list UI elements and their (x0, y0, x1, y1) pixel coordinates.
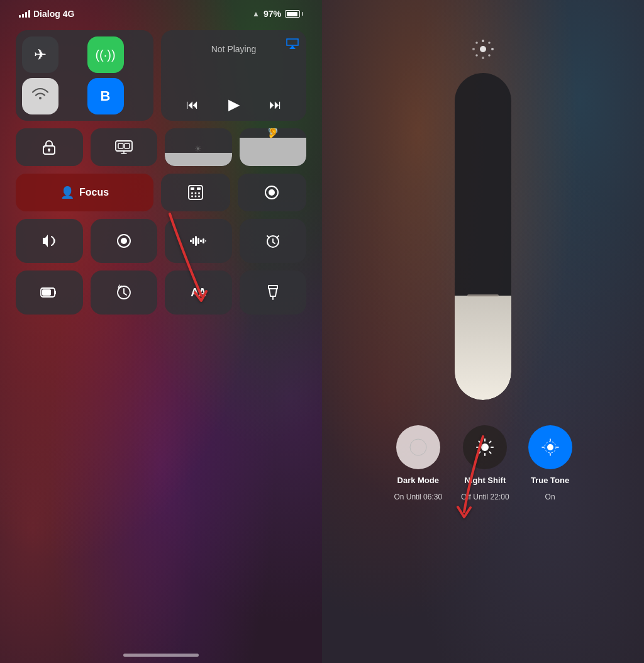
media-controls: ⏮ ▶ ⏭ (171, 96, 296, 113)
svg-point-31 (491, 48, 494, 50)
svg-point-34 (475, 54, 478, 57)
signal-bar-4 (28, 10, 30, 18)
wifi-icon (31, 87, 49, 106)
airplane-mode-button[interactable]: ✈ (22, 36, 58, 73)
svg-rect-4 (125, 143, 130, 148)
flashlight-button[interactable] (240, 270, 307, 315)
svg-rect-24 (205, 240, 206, 242)
cellular-icon: ((·)) (95, 48, 115, 62)
svg-rect-27 (42, 289, 51, 296)
dark-mode-option[interactable]: Dark Mode On Until 06:30 (394, 425, 442, 501)
connectivity-block[interactable]: ✈ ((·)) B (16, 30, 153, 121)
svg-rect-20 (195, 236, 197, 246)
true-tone-button[interactable] (528, 425, 572, 469)
battery-indicator (285, 10, 303, 18)
nav-arrow-icon: ▲ (252, 9, 260, 18)
brightness-slider-fill (455, 296, 511, 400)
sound-recognition-button[interactable] (16, 219, 83, 263)
signal-bars (19, 10, 30, 18)
true-tone-label: True Tone (531, 476, 569, 486)
svg-point-29 (482, 40, 484, 42)
airplay-icon[interactable] (286, 38, 299, 52)
brightness-icon: ☀ (194, 144, 202, 153)
sun-rays-svg (472, 38, 494, 60)
focus-person-icon: 👤 (60, 186, 74, 199)
sun-icon-top (322, 0, 644, 60)
volume-icon: 🦻 (267, 128, 279, 138)
svg-point-33 (482, 57, 484, 59)
svg-point-36 (475, 42, 478, 44)
brightness-slider-thumb (467, 294, 499, 297)
focus-row: 👤 Focus (16, 174, 306, 211)
svg-rect-22 (200, 240, 202, 242)
svg-point-32 (488, 54, 491, 57)
bluetooth-button[interactable]: B (87, 78, 124, 114)
focus-label: Focus (79, 187, 109, 198)
screen-mirror-button[interactable] (91, 128, 158, 166)
brightness-slider-panel[interactable] (322, 73, 644, 400)
signal-bar-1 (19, 15, 21, 18)
svg-rect-6 (191, 187, 194, 190)
dark-mode-sublabel: On Until 06:30 (394, 493, 442, 501)
signal-bar-2 (22, 14, 24, 18)
wifi-button[interactable] (22, 78, 58, 114)
brightness-slider[interactable]: ☀ (165, 128, 232, 166)
home-indicator (123, 654, 199, 657)
calculator-button[interactable] (161, 174, 230, 211)
svg-point-39 (481, 443, 489, 451)
night-shift-option[interactable]: Night Shift Off Until 22:00 (461, 425, 509, 501)
battery-tip (302, 12, 303, 16)
record-button[interactable] (91, 219, 158, 263)
svg-line-45 (490, 452, 491, 453)
true-tone-option[interactable]: True Tone On (528, 425, 572, 501)
svg-point-48 (547, 444, 553, 450)
svg-point-12 (194, 196, 196, 198)
true-tone-sublabel: On (545, 493, 555, 501)
display-options: Dark Mode On Until 06:30 Night Shift (322, 425, 644, 501)
battery-widget-button[interactable] (16, 270, 83, 315)
svg-line-47 (479, 452, 480, 453)
svg-rect-7 (197, 187, 201, 190)
svg-line-44 (479, 442, 480, 443)
brightness-slider-track[interactable] (455, 73, 511, 400)
carrier-signal: Dialog 4G (19, 9, 74, 19)
svg-point-38 (410, 439, 426, 455)
volume-slider[interactable]: 🦻 (240, 128, 307, 166)
volume-fill (240, 138, 307, 166)
control-center: ✈ ((·)) B (0, 24, 322, 328)
signal-bar-3 (25, 12, 27, 18)
rewind-button[interactable]: ⏮ (186, 98, 199, 112)
screen-lock-button[interactable] (16, 128, 83, 166)
svg-rect-3 (118, 143, 123, 148)
battery-body (285, 10, 300, 18)
text-size-button[interactable]: AA (165, 270, 232, 315)
bottom-row-1 (16, 219, 306, 263)
dark-mode-button[interactable] (396, 425, 440, 469)
svg-point-13 (198, 196, 200, 198)
svg-line-46 (490, 442, 491, 443)
media-player[interactable]: Not Playing ⏮ ▶ ⏭ (161, 30, 306, 121)
play-button[interactable]: ▶ (228, 96, 240, 113)
soundwave-button[interactable] (165, 219, 232, 263)
screen-time-button[interactable] (91, 270, 158, 315)
svg-point-15 (269, 189, 275, 196)
svg-point-30 (488, 42, 491, 44)
top-row: ✈ ((·)) B (16, 30, 306, 121)
fast-forward-button[interactable]: ⏭ (269, 98, 282, 112)
svg-point-17 (121, 238, 127, 244)
carrier-label: Dialog 4G (33, 9, 74, 19)
focus-button[interactable]: 👤 Focus (16, 174, 153, 211)
night-shift-label: Night Shift (465, 476, 506, 486)
sun-dotted-icon (472, 38, 494, 60)
middle-row: ☀ 🦻 (16, 128, 306, 166)
night-shift-button[interactable] (463, 425, 507, 469)
svg-point-35 (472, 48, 475, 50)
cellular-data-button[interactable]: ((·)) (87, 36, 124, 73)
svg-point-8 (191, 192, 193, 194)
screen-record-button[interactable] (238, 174, 307, 211)
alarm-button[interactable] (240, 219, 307, 263)
bluetooth-icon: B (101, 88, 111, 104)
svg-rect-21 (197, 238, 199, 244)
now-playing-label: Not Playing (171, 44, 296, 54)
status-right: ▲ 97% (252, 9, 303, 19)
